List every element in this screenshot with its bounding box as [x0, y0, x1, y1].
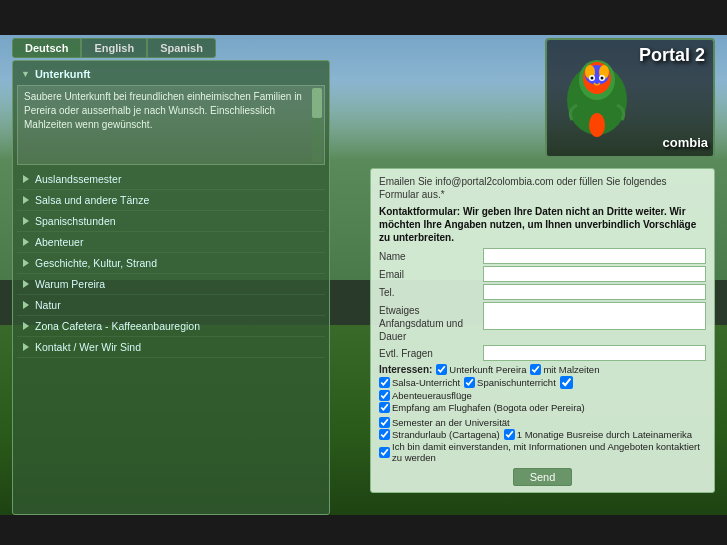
unterkunft-text: Saubere Unterkunft bei freundlichen einh… — [24, 91, 302, 130]
email-input[interactable] — [483, 266, 706, 282]
portal-logo: Portal 2 combia — [545, 38, 715, 158]
nav-item-kontakt[interactable]: Kontakt / Wer Wir Sind — [17, 337, 325, 358]
strand-checkbox-item[interactable]: Strandurlaub (Cartagena) — [379, 429, 500, 440]
einverstanden-cb-label: Ich bin damit einverstanden, mit Informa… — [392, 441, 706, 463]
busreise-cb-label: 1 Monatige Busreise durch Lateinamerika — [517, 429, 692, 440]
extra-checkbox[interactable] — [560, 376, 573, 389]
tab-deutsch[interactable]: Deutsch — [12, 38, 81, 58]
nav-item-label: Salsa und andere Tänze — [35, 194, 149, 206]
nav-item-label: Auslandssemester — [35, 173, 121, 185]
nav-item-salsa[interactable]: Salsa und andere Tänze — [17, 190, 325, 211]
tab-english[interactable]: English — [81, 38, 147, 58]
flughafen-cb-label: Empfang am Flughafen (Bogota oder Pereir… — [392, 402, 585, 413]
send-row: Send — [379, 468, 706, 486]
colombia-label: combia — [662, 133, 708, 151]
tri-icon — [23, 196, 29, 204]
unterkunft-cb-label: Unterkunft Pereira — [449, 364, 526, 375]
spanisch-checkbox-item[interactable]: Spanischunterricht — [464, 377, 556, 388]
nav-item-natur[interactable]: Natur — [17, 295, 325, 316]
nav-item-geschichte[interactable]: Geschichte, Kultur, Strand — [17, 253, 325, 274]
interests-section: Interessen: Unterkunft Pereira mit Malze… — [379, 364, 706, 463]
nav-item-label: Kontakt / Wer Wir Sind — [35, 341, 141, 353]
salsa-checkbox[interactable] — [379, 377, 390, 388]
einverstanden-checkbox[interactable] — [379, 447, 390, 458]
flughafen-checkbox-item[interactable]: Empfang am Flughafen (Bogota oder Pereir… — [379, 402, 585, 413]
contact-intro-text: Emailen Sie info@portal2colombia.com ode… — [379, 176, 667, 200]
nav-item-zona[interactable]: Zona Cafetera - Kaffeeanbauregion — [17, 316, 325, 337]
spanisch-cb-label: Spanischunterricht — [477, 377, 556, 388]
abenteuer-checkbox-item[interactable]: Abenteuerausflüge — [379, 390, 472, 401]
unterkunft-checkbox[interactable] — [436, 364, 447, 375]
unterkunft-checkbox-item[interactable]: Unterkunft Pereira — [436, 364, 526, 375]
interests-row-6: Ich bin damit einverstanden, mit Informa… — [379, 441, 706, 463]
interests-row-5: Strandurlaub (Cartagena) 1 Monatige Busr… — [379, 429, 706, 440]
contact-intro: Emailen Sie info@portal2colombia.com ode… — [379, 175, 706, 201]
einverstanden-checkbox-item[interactable]: Ich bin damit einverstanden, mit Informa… — [379, 441, 706, 463]
nav-item-label: Zona Cafetera - Kaffeeanbauregion — [35, 320, 200, 332]
strand-cb-label: Strandurlaub (Cartagena) — [392, 429, 500, 440]
send-button[interactable]: Send — [513, 468, 573, 486]
nav-item-label: Spanischstunden — [35, 215, 116, 227]
interests-label: Interessen: — [379, 364, 432, 375]
tel-row: Tel. — [379, 284, 706, 300]
svg-point-10 — [589, 113, 605, 137]
nav-item-abenteuer[interactable]: Abenteuer — [17, 232, 325, 253]
contact-bold-label: Kontaktformular: Wir geben Ihre Daten ni… — [379, 206, 696, 243]
unterkunft-header[interactable]: ▼ Unterkunft — [17, 65, 325, 83]
strand-checkbox[interactable] — [379, 429, 390, 440]
abenteuer-checkbox[interactable] — [379, 390, 390, 401]
questions-input[interactable] — [483, 345, 706, 361]
malzeiten-checkbox-item[interactable]: mit Malzeiten — [530, 364, 599, 375]
email-row: Email — [379, 266, 706, 282]
malzeiten-checkbox[interactable] — [530, 364, 541, 375]
questions-row: Evtl. Fragen — [379, 345, 706, 361]
name-input[interactable] — [483, 248, 706, 264]
spanisch-checkbox[interactable] — [464, 377, 475, 388]
semester-checkbox[interactable] — [379, 417, 390, 428]
nav-panel: ▼ Unterkunft Saubere Unterkunft bei freu… — [12, 60, 330, 515]
tri-icon — [23, 175, 29, 183]
unterkunft-arrow: ▼ — [21, 69, 30, 79]
name-label: Name — [379, 251, 479, 262]
bottom-bar — [0, 515, 727, 545]
nav-item-auslandssemester[interactable]: Auslandssemester — [17, 169, 325, 190]
interests-row-1: Interessen: Unterkunft Pereira mit Malze… — [379, 364, 706, 375]
svg-point-8 — [591, 77, 594, 80]
date-label: Etwaiges Anfangsdatum und Dauer — [379, 302, 479, 343]
questions-label: Evtl. Fragen — [379, 348, 479, 359]
unterkunft-label: Unterkunft — [35, 68, 91, 80]
tab-spanish[interactable]: Spanish — [147, 38, 216, 58]
salsa-cb-label: Salsa-Unterricht — [392, 377, 460, 388]
busreise-checkbox[interactable] — [504, 429, 515, 440]
abenteuer-cb-label: Abenteuerausflüge — [392, 390, 472, 401]
nav-item-label: Geschichte, Kultur, Strand — [35, 257, 157, 269]
busreise-checkbox-item[interactable]: 1 Monatige Busreise durch Lateinamerika — [504, 429, 692, 440]
date-input[interactable] — [483, 302, 706, 330]
unterkunft-content: Saubere Unterkunft bei freundlichen einh… — [17, 85, 325, 165]
nav-item-label: Natur — [35, 299, 61, 311]
email-label: Email — [379, 269, 479, 280]
tel-input[interactable] — [483, 284, 706, 300]
tri-icon — [23, 280, 29, 288]
tri-icon — [23, 259, 29, 267]
salsa-checkbox-item[interactable]: Salsa-Unterricht — [379, 377, 460, 388]
nav-item-label: Abenteuer — [35, 236, 83, 248]
interests-row-4: Empfang am Flughafen (Bogota oder Pereir… — [379, 402, 706, 428]
flughafen-checkbox[interactable] — [379, 402, 390, 413]
tri-icon — [23, 238, 29, 246]
tri-icon — [23, 301, 29, 309]
nav-item-label: Warum Pereira — [35, 278, 105, 290]
portal-title: Portal 2 — [639, 45, 705, 66]
malzeiten-cb-label: mit Malzeiten — [543, 364, 599, 375]
scroll-thumb — [312, 88, 322, 118]
semester-checkbox-item[interactable]: Semester an der Universität — [379, 417, 510, 428]
scroll-bar[interactable] — [312, 88, 322, 162]
interests-row-2: Salsa-Unterricht Spanischunterricht — [379, 376, 706, 389]
tel-label: Tel. — [379, 287, 479, 298]
nav-item-spanisch[interactable]: Spanischstunden — [17, 211, 325, 232]
tri-icon — [23, 217, 29, 225]
nav-item-warum[interactable]: Warum Pereira — [17, 274, 325, 295]
interests-row-3: Abenteuerausflüge — [379, 390, 706, 401]
date-row: Etwaiges Anfangsdatum und Dauer — [379, 302, 706, 343]
top-bar — [0, 0, 727, 35]
